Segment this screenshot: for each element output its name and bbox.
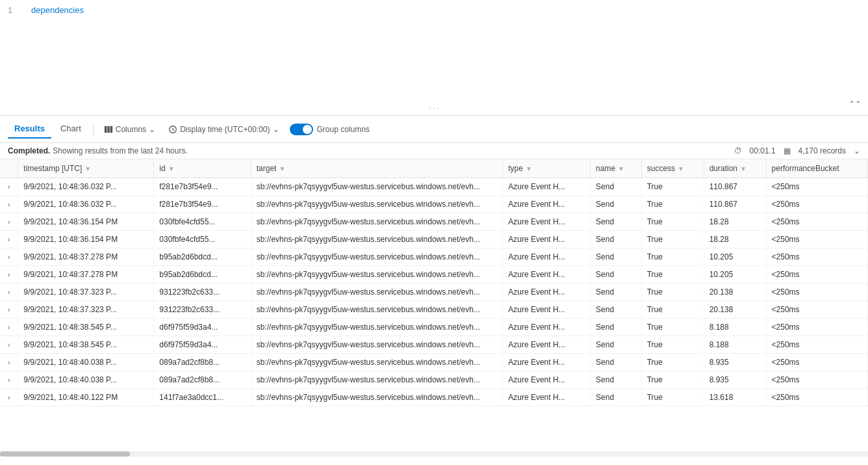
- cell-target: sb://evhns-pk7qsyygvl5uw-westus.serviceb…: [251, 266, 502, 284]
- table-row[interactable]: ›9/9/2021, 10:48:37.323 P...931223fb2c63…: [0, 284, 868, 301]
- expand-cell[interactable]: ›: [0, 354, 18, 371]
- table-row[interactable]: ›9/9/2021, 10:48:37.278 PMb95ab2d6bdcd..…: [0, 248, 868, 266]
- col-header-type[interactable]: type ▼: [503, 159, 591, 178]
- expand-cell[interactable]: ›: [0, 389, 18, 406]
- cell-timestamp: 9/9/2021, 10:48:37.323 P...: [18, 284, 154, 301]
- cell-target: sb://evhns-pk7qsyygvl5uw-westus.serviceb…: [251, 389, 502, 406]
- query-text[interactable]: dependencies: [31, 5, 84, 15]
- status-bar: Completed. Showing results from the last…: [0, 143, 868, 159]
- col-header-timestamp[interactable]: timestamp [UTC] ▼: [18, 159, 154, 178]
- cell-performanceBucket: <250ms: [766, 354, 867, 371]
- cell-type: Azure Event H...: [503, 354, 591, 371]
- collapse-button[interactable]: ⌃⌃: [849, 100, 862, 109]
- records-dropdown-icon[interactable]: ⌄: [854, 146, 860, 155]
- cell-id: b95ab2d6bdcd...: [154, 248, 251, 266]
- cell-type: Azure Event H...: [503, 301, 591, 319]
- expand-cell[interactable]: ›: [0, 301, 18, 319]
- columns-icon: [104, 125, 113, 134]
- expand-button[interactable]: ›: [5, 323, 12, 332]
- filter-icon-id[interactable]: ▼: [168, 165, 175, 172]
- expand-button[interactable]: ›: [5, 287, 12, 297]
- expand-button[interactable]: ›: [5, 305, 12, 315]
- cell-performanceBucket: <250ms: [766, 248, 867, 266]
- filter-icon-timestamp[interactable]: ▼: [84, 165, 91, 172]
- expand-button[interactable]: ›: [5, 217, 12, 227]
- cell-name: Send: [591, 284, 642, 301]
- display-time-dropdown-icon: ⌄: [273, 125, 279, 134]
- col-header-success[interactable]: success ▼: [641, 159, 704, 178]
- resize-handle[interactable]: · · ·: [429, 103, 440, 113]
- expand-cell[interactable]: ›: [0, 231, 18, 248]
- expand-cell[interactable]: ›: [0, 213, 18, 231]
- expand-button[interactable]: ›: [5, 252, 12, 262]
- query-editor[interactable]: 1 dependencies · · · ⌃⌃: [0, 0, 868, 116]
- table-row[interactable]: ›9/9/2021, 10:48:37.323 P...931223fb2c63…: [0, 301, 868, 319]
- cell-target: sb://evhns-pk7qsyygvl5uw-westus.serviceb…: [251, 354, 502, 371]
- expand-cell[interactable]: ›: [0, 371, 18, 389]
- expand-cell[interactable]: ›: [0, 196, 18, 213]
- expand-button[interactable]: ›: [5, 235, 12, 245]
- expand-cell[interactable]: ›: [0, 248, 18, 266]
- cell-timestamp: 9/9/2021, 10:48:40.038 P...: [18, 371, 154, 389]
- cell-id: f281e7b3f54e9...: [154, 196, 251, 213]
- filter-icon-target[interactable]: ▼: [279, 165, 285, 172]
- cell-type: Azure Event H...: [503, 336, 591, 354]
- tab-results[interactable]: Results: [8, 120, 51, 139]
- group-columns-toggle[interactable]: [290, 124, 313, 135]
- col-header-expand: [0, 159, 18, 178]
- table-row[interactable]: ›9/9/2021, 10:48:36.032 P...f281e7b3f54e…: [0, 178, 868, 196]
- filter-icon-success[interactable]: ▼: [678, 165, 684, 172]
- cell-id: 141f7ae3a0dcc1...: [154, 389, 251, 406]
- table-row[interactable]: ›9/9/2021, 10:48:37.278 PMb95ab2d6bdcd..…: [0, 266, 868, 284]
- cell-type: Azure Event H...: [503, 231, 591, 248]
- col-header-target[interactable]: target ▼: [251, 159, 502, 178]
- table-row[interactable]: ›9/9/2021, 10:48:36.032 P...f281e7b3f54e…: [0, 196, 868, 213]
- columns-button[interactable]: Columns ⌄: [99, 122, 160, 137]
- group-columns-label: Group columns: [317, 125, 370, 134]
- table-row[interactable]: ›9/9/2021, 10:48:40.038 P...089a7ad2cf8b…: [0, 354, 868, 371]
- cell-success: True: [641, 354, 704, 371]
- table-row[interactable]: ›9/9/2021, 10:48:36.154 PM030fbfe4cfd55.…: [0, 213, 868, 231]
- table-row[interactable]: ›9/9/2021, 10:48:38.545 P...d6f975f59d3a…: [0, 319, 868, 336]
- expand-button[interactable]: ›: [5, 375, 12, 385]
- table-row[interactable]: ›9/9/2021, 10:48:40.038 P...089a7ad2cf8b…: [0, 371, 868, 389]
- display-time-button[interactable]: Display time (UTC+00:00) ⌄: [163, 122, 284, 137]
- table-row[interactable]: ›9/9/2021, 10:48:38.545 P...d6f975f59d3a…: [0, 336, 868, 354]
- cell-success: True: [641, 213, 704, 231]
- results-table-container[interactable]: timestamp [UTC] ▼ id ▼ target ▼: [0, 159, 868, 451]
- expand-cell[interactable]: ›: [0, 266, 18, 284]
- records-icon: ▦: [784, 146, 791, 155]
- expand-cell[interactable]: ›: [0, 319, 18, 336]
- expand-button[interactable]: ›: [5, 200, 12, 209]
- tab-separator: [93, 123, 94, 136]
- expand-button[interactable]: ›: [5, 182, 12, 192]
- cell-id: 030fbfe4cfd55...: [154, 231, 251, 248]
- col-header-duration[interactable]: duration ▼: [704, 159, 766, 178]
- cell-success: True: [641, 284, 704, 301]
- table-row[interactable]: ›9/9/2021, 10:48:40.122 PM141f7ae3a0dcc1…: [0, 389, 868, 406]
- expand-button[interactable]: ›: [5, 340, 12, 350]
- scrollbar-thumb[interactable]: [0, 451, 130, 457]
- cell-target: sb://evhns-pk7qsyygvl5uw-westus.serviceb…: [251, 248, 502, 266]
- filter-icon-duration[interactable]: ▼: [740, 165, 747, 172]
- cell-performanceBucket: <250ms: [766, 231, 867, 248]
- expand-button[interactable]: ›: [5, 270, 12, 280]
- col-header-performancebucket[interactable]: performanceBucket: [766, 159, 867, 178]
- col-header-name[interactable]: name ▼: [591, 159, 642, 178]
- expand-cell[interactable]: ›: [0, 178, 18, 196]
- tab-chart[interactable]: Chart: [54, 120, 88, 139]
- cell-name: Send: [591, 178, 642, 196]
- expand-button[interactable]: ›: [5, 358, 12, 367]
- expand-cell[interactable]: ›: [0, 284, 18, 301]
- cell-duration: 20.138: [704, 284, 766, 301]
- table-row[interactable]: ›9/9/2021, 10:48:36.154 PM030fbfe4cfd55.…: [0, 231, 868, 248]
- horizontal-scrollbar[interactable]: [0, 451, 868, 457]
- col-header-id[interactable]: id ▼: [154, 159, 251, 178]
- expand-cell[interactable]: ›: [0, 336, 18, 354]
- cell-duration: 8.935: [704, 354, 766, 371]
- cell-type: Azure Event H...: [503, 248, 591, 266]
- filter-icon-type[interactable]: ▼: [526, 165, 532, 172]
- cell-success: True: [641, 371, 704, 389]
- expand-button[interactable]: ›: [5, 393, 12, 403]
- filter-icon-name[interactable]: ▼: [618, 165, 624, 172]
